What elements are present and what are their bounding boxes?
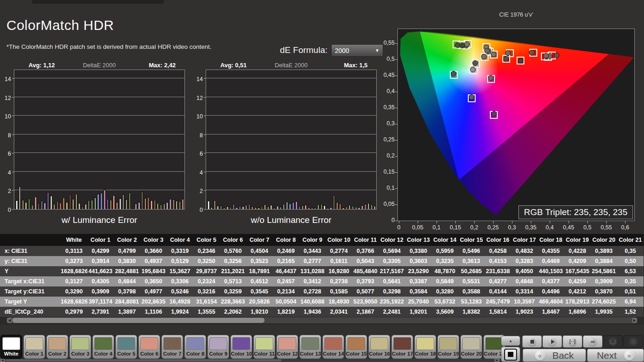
patch-tab-color-6[interactable]: Color 6 [138,335,160,359]
tabs-scroll-thumb[interactable] [6,359,282,362]
continuous-read-button[interactable]: ∞ [583,335,603,348]
back-button[interactable]: « Back [523,349,586,362]
record-button[interactable] [623,335,643,348]
de-bar [94,198,97,209]
patch-tab-color-10[interactable]: Color 10 [230,335,252,359]
measurement-table-panel: WhiteColor 1Color 2Color 3Color 4Color 5… [0,234,644,325]
patch-color-chip [2,337,20,350]
y-tick-mark [395,172,397,173]
stop-button[interactable] [522,335,542,348]
table-cell: 0,5694 [379,246,405,256]
measured-point [503,56,509,62]
patch-tab-color-20[interactable]: Color 20 [460,335,482,359]
table-cell: 0,3127 [61,276,87,286]
de-bar [160,204,162,209]
y-tick-mark [395,124,397,124]
table-cell: 0,3870 [591,286,617,297]
table-row: Target Y1628,6826397,1174284,8081202,863… [0,297,644,307]
y-tick-label: 0 [0,207,11,213]
table-cell: 0,5496 [458,246,485,256]
chart-max-label: Max: 1,5 [344,62,368,69]
de-bar [72,199,75,209]
column-header: Color 19 [564,234,591,246]
scroll-right-icon[interactable]: ▶ [632,318,637,323]
x-tick-label: 0,45 [558,224,579,231]
de-bar [289,204,291,209]
table-cell: 284,8081 [114,297,140,307]
pattern-window-button[interactable] [501,347,520,362]
patch-tab-color-1[interactable]: Color 1 [23,335,45,359]
patch-tab-color-2[interactable]: Color 2 [46,335,68,359]
x-tick-mark [587,221,588,223]
table-cell: 0,3884 [591,256,617,266]
patch-tab-color-12[interactable]: Color 12 [276,335,298,359]
patch-tab-color-7[interactable]: Color 7 [161,335,183,359]
de-bar [264,204,266,209]
patch-tab-color-15[interactable]: Color 15 [345,335,367,359]
patch-tab-color-19[interactable]: Color 19 [437,335,459,359]
scroll-left-icon[interactable]: ◀ [7,318,12,323]
patch-tab-label: Color 19 [438,351,459,356]
patch-color-chip [25,337,43,350]
patch-tab-label: Color 15 [346,351,367,356]
patch-tab-label: Color 3 [70,351,91,356]
patch-tab-color-11[interactable]: Color 11 [253,335,275,359]
de-bar [230,207,232,209]
table-cell: 0,4355 [538,246,564,256]
patch-tab-color-13[interactable]: Color 13 [299,335,321,359]
y-tick-mark [395,92,397,92]
table-cell: 0,5129 [167,256,193,266]
patch-tab-label: Color 5 [116,351,137,356]
patch-tab-color-18[interactable]: Color 18 [414,335,436,359]
table-cell: 0,4848 [511,276,538,286]
play-button[interactable] [542,335,562,348]
patch-tab-color-14[interactable]: Color 14 [322,335,344,359]
patch-color-chip [94,337,112,350]
series-read-button[interactable]: [··] [563,335,582,348]
patch-tab-color-8[interactable]: Color 8 [184,335,206,359]
de-bar [122,194,125,209]
de-bar [132,209,134,209]
scroll-right-icon[interactable]: ▶ [494,359,500,362]
table-cell: 0,2979 [61,307,87,317]
table-cell: 1,8467 [538,307,564,317]
table-cell: 0,4377 [538,276,564,286]
table-cell: 0,1611 [326,256,352,266]
de-bar [299,206,301,209]
de-bar [107,199,109,209]
patch-tab-white[interactable]: White [0,335,22,359]
patch-tab-color-3[interactable]: Color 3 [69,335,91,359]
patch-color-chip [347,337,365,350]
patch-tab-color-5[interactable]: Color 5 [115,335,137,359]
x-tick-label: 0,35 [521,224,541,231]
collapse-panel-button[interactable]: ▲ [501,336,520,346]
table-cell: 2,0341 [326,307,352,317]
de-bar [223,208,225,209]
patch-tab-color-17[interactable]: Color 17 [391,335,413,359]
de-formula-value: 2000 [335,47,349,54]
y-tick-label: 10 [0,113,11,120]
series-read-icon: [··] [569,339,575,344]
table-scroll-thumb[interactable] [12,318,264,323]
de-bar [327,208,329,209]
table-horizontal-scrollbar[interactable]: ◀ ▶ [6,317,638,323]
table-row: y: CIE310,32730,39140,38300,49370,51290,… [0,256,644,266]
refresh-button[interactable] [603,335,623,348]
table-cell: 50,2685 [458,266,485,276]
de-formula-dropdown[interactable]: 2000 ▼ [331,44,383,57]
patch-tab-color-16[interactable]: Color 16 [368,335,390,359]
de-bar [147,197,150,209]
table-cell: 6,94 [617,297,644,307]
scroll-left-icon[interactable]: ◀ [0,359,5,362]
patch-tab-color-9[interactable]: Color 9 [207,335,229,359]
table-cell: 18,7891 [246,266,273,276]
y-tick-label: 0,35 [375,104,395,111]
x-tick-mark [569,221,569,223]
patch-color-chip [48,337,66,350]
tabs-horizontal-scrollbar[interactable]: ◀ ▶ [0,359,500,362]
next-button[interactable]: Next » [587,349,644,362]
de-bar [69,194,71,209]
table-cell: 0,4504 [246,246,273,256]
table-cell: 0,3380 [405,246,432,256]
patch-tab-color-4[interactable]: Color 4 [92,335,114,359]
